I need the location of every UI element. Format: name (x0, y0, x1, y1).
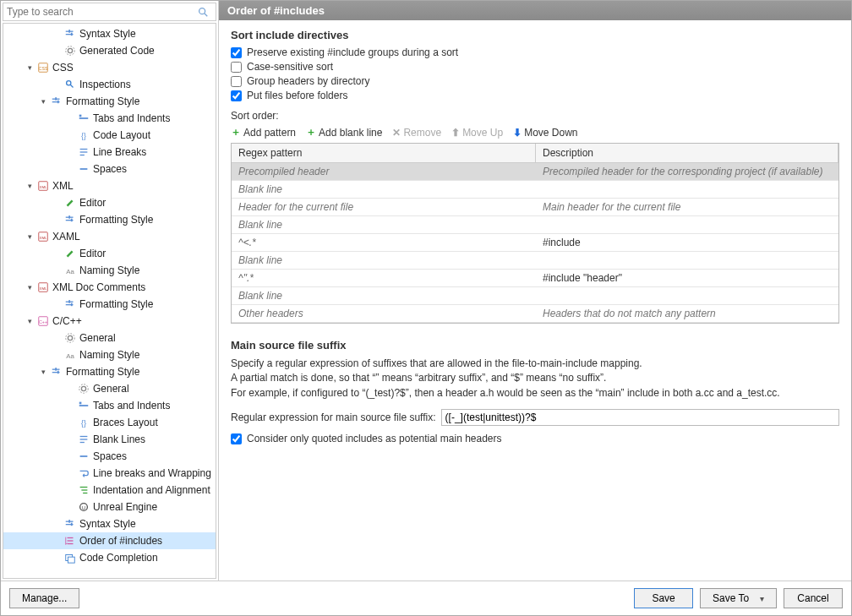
tree-node[interactable]: Blank Lines (3, 431, 216, 448)
cell-desc: Headers that do not match any pattern (536, 305, 838, 322)
svg-rect-50 (79, 402, 82, 405)
tree-node[interactable]: Line Breaks (3, 144, 216, 161)
tree-label: Spaces (93, 450, 127, 462)
cell-regex: Precompiled header (232, 163, 536, 180)
tree-node[interactable]: Syntax Style (3, 515, 216, 532)
svg-point-47 (81, 386, 85, 390)
tree-node[interactable]: ▾C++C/C++ (3, 313, 216, 330)
tree-label: Syntax Style (79, 28, 136, 40)
table-row[interactable]: Other headersHeaders that do not match a… (232, 305, 838, 323)
save-to-button[interactable]: Save To (700, 588, 777, 608)
tree-node[interactable]: ▾Formatting Style (3, 363, 216, 380)
tree-node[interactable]: AaNaming Style (3, 346, 216, 363)
tree-node[interactable]: Spaces (3, 448, 216, 465)
tree-node[interactable]: Formatting Style (3, 296, 216, 313)
table-row[interactable]: Blank line (232, 181, 838, 199)
search-input[interactable] (7, 6, 194, 18)
tree-node[interactable]: ▾XMLXML (3, 177, 216, 194)
settings-tree[interactable]: Syntax StyleGenerated Code▾CSSCSSInspect… (3, 23, 216, 579)
sort-option-checkbox[interactable] (231, 62, 242, 73)
tree-label: CSS (52, 62, 74, 74)
tree-label: Formatting Style (79, 298, 153, 310)
svg-text:{}: {} (81, 132, 86, 140)
table-row[interactable]: ^<.*#include (232, 234, 838, 252)
sort-option-label[interactable]: Case-sensitive sort (247, 61, 333, 73)
search-box[interactable] (3, 3, 216, 21)
svg-line-11 (70, 84, 74, 88)
svg-rect-46 (57, 371, 59, 374)
save-button[interactable]: Save (634, 588, 693, 608)
tree-node[interactable]: Editor (3, 245, 216, 262)
table-row[interactable]: ^".*#include "header" (232, 270, 838, 287)
tree-label: Indentation and Alignment (93, 484, 210, 496)
suffix-field-label: Regular expression for main source file … (231, 412, 436, 423)
tree-label: Blank Lines (93, 433, 145, 445)
tree-node[interactable]: {}Braces Layout (3, 414, 216, 431)
table-row[interactable]: Precompiled headerPrecompiled header for… (232, 163, 838, 181)
add-pattern-button[interactable]: ＋Add pattern (231, 125, 296, 139)
table-row[interactable]: Blank line (232, 287, 838, 305)
cell-desc: Main header for the current file (536, 199, 838, 215)
tree-label: Syntax Style (79, 518, 136, 530)
tree-node[interactable]: Order of #includes (3, 532, 216, 549)
tree-node[interactable]: ▾Formatting Style (3, 93, 216, 110)
tree-label: Code Layout (93, 129, 150, 141)
aa-icon: Aa (63, 348, 77, 362)
quoted-only-label[interactable]: Consider only quoted includes as potenti… (247, 433, 502, 444)
table-row[interactable]: Blank line (232, 252, 838, 270)
wrap-icon (77, 466, 90, 480)
svg-rect-17 (79, 115, 82, 117)
tree-node[interactable]: Line breaks and Wrapping (3, 465, 216, 482)
tree-node[interactable]: Generated Code (3, 42, 216, 59)
cancel-button[interactable]: Cancel (784, 588, 843, 608)
svg-text:C++: C++ (39, 319, 47, 324)
tree-node[interactable]: ▾XMLXAML (3, 228, 216, 245)
tree-node[interactable]: AaNaming Style (3, 262, 216, 279)
tree-node[interactable]: General (3, 330, 216, 346)
suffix-input[interactable] (441, 409, 839, 426)
sort-option-label[interactable]: Preserve existing #include groups during… (247, 46, 458, 58)
table-row[interactable]: Blank line (232, 216, 838, 234)
tree-node[interactable]: Code Completion (3, 549, 216, 566)
sort-option-checkbox[interactable] (231, 47, 242, 58)
tree-node[interactable]: Indentation and Alignment (3, 482, 216, 499)
tree-node[interactable]: General (3, 380, 216, 397)
remove-button[interactable]: ✕Remove (392, 127, 441, 139)
svg-text:XML: XML (40, 236, 48, 240)
quoted-only-checkbox[interactable] (231, 433, 242, 444)
suffix-section-title: Main source file suffix (231, 339, 839, 352)
tree-label: Tabs and Indents (93, 400, 170, 412)
svg-text:Aa: Aa (66, 268, 74, 275)
sort-option-label[interactable]: Put files before folders (247, 90, 347, 101)
tree-node[interactable]: Tabs and Indents (3, 397, 216, 414)
tree-node[interactable]: ▾CSSCSS (3, 59, 216, 76)
sort-option-checkbox[interactable] (231, 76, 242, 87)
plus-icon: ＋ (306, 125, 316, 139)
move-down-button[interactable]: ⬇Move Down (513, 127, 577, 139)
tree-node[interactable]: Syntax Style (3, 25, 216, 42)
manage-button[interactable]: Manage... (9, 588, 79, 608)
tree-node[interactable]: Formatting Style (3, 211, 216, 228)
sort-option-checkbox[interactable] (231, 90, 242, 101)
dialog-footer: Manage... Save Save To Cancel (1, 581, 851, 615)
inspect-icon (63, 78, 77, 91)
tree-node[interactable]: UUnreal Engine (3, 499, 216, 515)
svg-line-1 (205, 14, 208, 17)
cell-desc: #include (536, 234, 838, 251)
add-blank-button[interactable]: ＋Add blank line (306, 125, 382, 139)
move-up-button[interactable]: ⬆Move Up (451, 127, 503, 139)
svg-rect-55 (80, 455, 88, 457)
tree-node[interactable]: {}Code Layout (3, 127, 216, 144)
tree-node[interactable]: Inspections (3, 76, 216, 93)
tree-label: Spaces (93, 163, 127, 175)
tree-node[interactable]: ▾XMLXML Doc Comments (3, 279, 216, 296)
table-row[interactable]: Header for the current fileMain header f… (232, 199, 838, 216)
css-icon: CSS (36, 61, 50, 74)
column-regex[interactable]: Regex pattern (232, 144, 536, 162)
sort-order-table[interactable]: Regex pattern Description Precompiled he… (231, 143, 839, 324)
tree-node[interactable]: Editor (3, 194, 216, 211)
column-desc[interactable]: Description (536, 144, 838, 162)
tree-node[interactable]: Tabs and Indents (3, 110, 216, 127)
tree-node[interactable]: Spaces (3, 161, 216, 177)
sort-option-label[interactable]: Group headers by directory (247, 75, 369, 87)
